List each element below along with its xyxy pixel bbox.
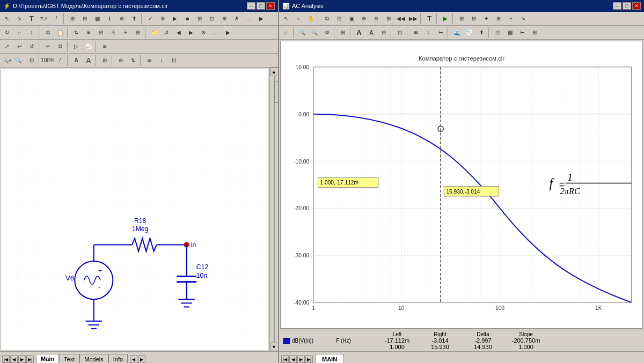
zoom-in-tool[interactable]: 🔍+ xyxy=(1,55,13,66)
plus-tool[interactable]: + xyxy=(120,27,131,39)
align-tool[interactable]: ≡ xyxy=(83,27,94,39)
ac-meas2-tool[interactable]: ⊢ xyxy=(516,27,528,39)
ac-measure-tool[interactable]: ⊢ xyxy=(435,27,447,39)
flip-tool[interactable]: ⇅ xyxy=(70,27,82,39)
ac-mark-tool[interactable]: ✦ xyxy=(480,13,492,25)
pos-tool[interactable]: ⊕ xyxy=(115,55,127,66)
mirror-v-tool[interactable]: ↕ xyxy=(26,27,38,39)
ac-freq-tool[interactable]: ≋ xyxy=(410,27,422,39)
ac-home-tool[interactable]: ⌂ xyxy=(280,27,292,39)
settings-tool[interactable]: ⚙ xyxy=(157,13,169,25)
load-tool[interactable]: 📁 xyxy=(148,27,160,39)
tab-text[interactable]: Text xyxy=(59,354,79,363)
ac-pan-tool[interactable]: ✋ xyxy=(305,13,317,25)
paste-tool[interactable]: 📋 xyxy=(54,27,66,39)
tab-next-button[interactable]: ▶ xyxy=(18,355,26,363)
component-tool[interactable]: ⊞ xyxy=(67,13,78,25)
ac-grid-tool[interactable]: ⊞ xyxy=(456,13,467,25)
mirror-h-tool[interactable]: ↔ xyxy=(13,27,25,39)
stop-tool[interactable]: ■ xyxy=(181,13,193,25)
snap-tool[interactable]: ⊡ xyxy=(206,13,218,25)
graph-tool[interactable]: 📈 xyxy=(83,41,94,53)
ac-log-tool[interactable]: 📉 xyxy=(463,27,475,39)
spice-tool[interactable]: ≋ xyxy=(99,41,111,53)
ac-zoom-in-tool[interactable]: ⊕ xyxy=(358,13,370,25)
ac-select-tool[interactable]: ▣ xyxy=(346,13,357,25)
maximize-button[interactable]: □ xyxy=(257,2,265,10)
ac-cursor-tool[interactable]: ↖ xyxy=(280,13,292,25)
dots-tool[interactable]: … xyxy=(210,27,222,39)
ac-A-tool[interactable]: A xyxy=(353,27,365,39)
vscale-tool[interactable]: ↕ xyxy=(156,55,167,66)
ac-close-button[interactable]: ✕ xyxy=(632,2,641,10)
close-button[interactable]: ✕ xyxy=(266,2,275,10)
info-tool[interactable]: ℹ xyxy=(104,13,115,25)
textA-tool[interactable]: A xyxy=(70,55,82,66)
tab-info[interactable]: Info xyxy=(108,354,128,363)
sim-tool[interactable]: ▷ xyxy=(70,41,82,53)
minimize-button[interactable]: ─ xyxy=(247,2,255,10)
ac-tab-last[interactable]: ▶| xyxy=(305,355,313,363)
ac-extra-tool[interactable]: ⊞ xyxy=(529,27,540,39)
pointer-tool[interactable]: ↖ xyxy=(1,13,13,25)
ac-tab-next[interactable]: ▶ xyxy=(297,355,305,363)
ac-maximize-button[interactable]: □ xyxy=(623,2,631,10)
cut-tool[interactable]: ✂ xyxy=(42,41,54,53)
group-tool[interactable]: ⊟ xyxy=(95,27,107,39)
ac-tab-first[interactable]: |◀ xyxy=(281,355,289,363)
ac-dot-tool[interactable]: • xyxy=(505,13,517,25)
copy-tool[interactable]: ⧉ xyxy=(42,27,54,39)
warn-tool[interactable]: ⚠ xyxy=(107,27,119,39)
delete-tool[interactable]: ✗ xyxy=(231,13,243,25)
table-tool[interactable]: ▦ xyxy=(91,13,103,25)
rotate-tool[interactable]: ↻ xyxy=(1,27,13,39)
ac-fit-tool[interactable]: ⊞ xyxy=(383,13,394,25)
ac-step-tool[interactable]: ↕ xyxy=(422,27,434,39)
pencil-tool[interactable]: / xyxy=(50,13,62,25)
ac-A2-tool[interactable]: Ā xyxy=(365,27,377,39)
ac-fft-tool[interactable]: 🌊 xyxy=(451,27,463,39)
ac-zoom3-tool[interactable]: 🔍 xyxy=(309,27,320,39)
refresh-tool[interactable]: ↺ xyxy=(160,27,172,39)
ac-wave-tool[interactable]: ∿ xyxy=(517,13,529,25)
tab-first-button[interactable]: |◀ xyxy=(2,355,10,363)
more2-tool[interactable]: … xyxy=(243,13,255,25)
ac-font-tool[interactable]: ⊟ xyxy=(378,27,390,39)
next-tool[interactable]: ▶ xyxy=(185,27,197,39)
scope-tool[interactable]: ⊡ xyxy=(168,55,180,66)
ac-prev-tool[interactable]: ◀◀ xyxy=(395,13,407,25)
zoom-out-tool[interactable]: 🔍- xyxy=(13,55,25,66)
resistor-tool[interactable]: ⊟ xyxy=(79,13,91,25)
move-tool[interactable]: ⤢ xyxy=(1,41,13,53)
ac-table-tool[interactable]: ▦ xyxy=(504,27,516,39)
connect-tool[interactable]: ⊕ xyxy=(218,13,230,25)
zoom-fit-tool[interactable]: ⊡ xyxy=(26,55,38,66)
grid-tool[interactable]: ⊞ xyxy=(194,13,206,25)
undo-tool[interactable]: ↩ xyxy=(13,41,25,53)
graph-container[interactable]: Компаратор с гистерезисом.cir xyxy=(280,41,643,329)
ac-more-tool[interactable]: ⊡ xyxy=(492,27,503,39)
ac-run-tool[interactable]: ▶ xyxy=(440,13,451,25)
cancel-tool[interactable]: ⊗ xyxy=(197,27,209,39)
scroll-r[interactable]: ▶ xyxy=(255,13,267,25)
ac-zoom-out-tool[interactable]: ⊖ xyxy=(370,13,382,25)
tab-models[interactable]: Models xyxy=(79,354,108,363)
scroll2-r[interactable]: ▶ xyxy=(222,27,234,39)
view-tool[interactable]: ⊞ xyxy=(99,55,111,66)
ac-axis-tool[interactable]: ⊟ xyxy=(468,13,480,25)
text-tool[interactable]: T xyxy=(26,13,38,25)
ac-label-tool[interactable]: ⊕ xyxy=(493,13,504,25)
check-tool[interactable]: ✓ xyxy=(144,13,156,25)
run-tool[interactable]: ▶ xyxy=(169,13,181,25)
redo-tool[interactable]: ↺ xyxy=(26,41,38,53)
ac-text-tool[interactable]: T xyxy=(423,13,435,25)
tab-main[interactable]: Main xyxy=(36,354,59,363)
ac-export-tool[interactable]: ⬆ xyxy=(475,27,487,39)
ac-view-tool[interactable]: ⊡ xyxy=(394,27,406,39)
label-tool[interactable]: T↗ xyxy=(38,13,50,25)
ac-copy-tool[interactable]: ⧉ xyxy=(321,13,333,25)
export-tool[interactable]: ⬆ xyxy=(128,13,140,25)
freq-tool[interactable]: ≋ xyxy=(143,55,155,66)
tab-scroll-right[interactable]: ▶ xyxy=(138,355,145,363)
ac-grid2-tool[interactable]: ⊞ xyxy=(337,27,349,39)
